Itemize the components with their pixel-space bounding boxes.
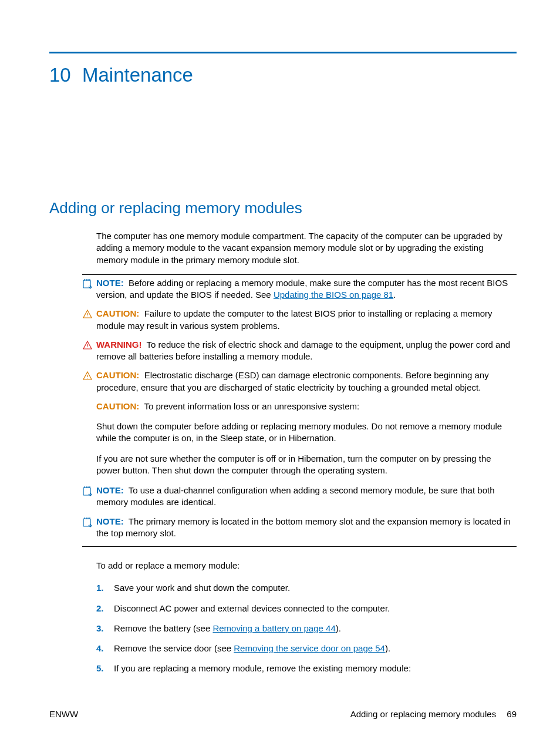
step-item: 5. If you are replacing a memory module,… — [96, 663, 517, 674]
note-text-b: . — [393, 290, 396, 300]
caution-icon — [82, 371, 93, 381]
caution-text: To prevent information loss or an unresp… — [144, 401, 359, 411]
note-callout-1: NOTE: Before adding or replacing a memor… — [96, 277, 517, 301]
svg-rect-2 — [83, 519, 90, 526]
caution3-p2: If you are not sure whether the computer… — [96, 453, 517, 477]
step-text: If you are replacing a memory module, re… — [114, 663, 411, 674]
divider — [82, 546, 517, 547]
footer-left: ENWW — [49, 709, 78, 719]
note-icon — [82, 517, 93, 527]
caution3-p1: Shut down the computer before adding or … — [96, 421, 517, 445]
warning-label: WARNING! — [96, 340, 142, 350]
service-door-link[interactable]: Removing the service door on page 54 — [234, 643, 385, 653]
step-text: Remove the service door (see Removing th… — [114, 643, 390, 654]
bios-link[interactable]: Updating the BIOS on page 81 — [274, 290, 393, 300]
footer-section: Adding or replacing memory modules — [350, 709, 496, 719]
note-label: NOTE: — [96, 485, 124, 495]
top-divider — [49, 52, 517, 53]
step-number: 2. — [96, 603, 114, 614]
step-text: Save your work and shut down the compute… — [114, 582, 290, 594]
note-icon — [82, 486, 93, 496]
page-footer: ENWW Adding or replacing memory modules … — [49, 709, 517, 719]
warning-icon — [82, 340, 93, 351]
chapter-name: Maintenance — [82, 64, 193, 86]
caution-text: Electrostatic discharge (ESD) can damage… — [96, 370, 489, 392]
step-number: 1. — [96, 582, 114, 594]
step-number: 3. — [96, 623, 114, 634]
step-item: 4. Remove the service door (see Removing… — [96, 643, 517, 654]
note-text: The primary memory is located in the bot… — [96, 516, 511, 538]
step-text: Remove the battery (see Removing a batte… — [114, 623, 341, 634]
chapter-title: 10Maintenance — [49, 64, 517, 86]
note-text: To use a dual-channel configuration when… — [96, 485, 494, 507]
step-list: 1. Save your work and shut down the comp… — [96, 582, 517, 674]
divider — [82, 274, 517, 275]
caution-label: CAUTION: — [96, 401, 139, 411]
caution-icon — [82, 309, 93, 320]
note-callout-3: NOTE: The primary memory is located in t… — [96, 516, 517, 540]
step-item: 1. Save your work and shut down the comp… — [96, 582, 517, 594]
lead-line: To add or replace a memory module: — [96, 560, 517, 572]
caution-label: CAUTION: — [96, 308, 139, 318]
battery-link[interactable]: Removing a battery on page 44 — [212, 623, 335, 633]
svg-rect-0 — [83, 280, 90, 288]
note-icon — [82, 278, 93, 289]
caution-callout-2: CAUTION: Electrostatic discharge (ESD) c… — [96, 369, 517, 394]
note-label: NOTE: — [96, 278, 124, 288]
page-number: 69 — [507, 709, 517, 719]
step-item: 3. Remove the battery (see Removing a ba… — [96, 623, 517, 634]
step-number: 4. — [96, 643, 114, 654]
caution-callout-1: CAUTION: Failure to update the computer … — [96, 308, 517, 332]
warning-callout-1: WARNING! To reduce the risk of electric … — [96, 339, 517, 363]
chapter-number: 10 — [49, 64, 82, 86]
caution-label: CAUTION: — [96, 370, 139, 380]
step-text: Disconnect AC power and external devices… — [114, 603, 390, 614]
intro-paragraph: The computer has one memory module compa… — [96, 230, 517, 266]
note-callout-2: NOTE: To use a dual-channel configuratio… — [96, 485, 517, 509]
note-label: NOTE: — [96, 516, 124, 526]
warning-text: To reduce the risk of electric shock and… — [96, 340, 510, 361]
svg-rect-1 — [83, 488, 90, 495]
step-number: 5. — [96, 663, 114, 674]
caution-callout-3: CAUTION: To prevent information loss or … — [96, 401, 517, 412]
section-title: Adding or replacing memory modules — [49, 199, 517, 217]
caution-text: Failure to update the computer to the la… — [96, 308, 492, 330]
step-item: 2. Disconnect AC power and external devi… — [96, 603, 517, 614]
